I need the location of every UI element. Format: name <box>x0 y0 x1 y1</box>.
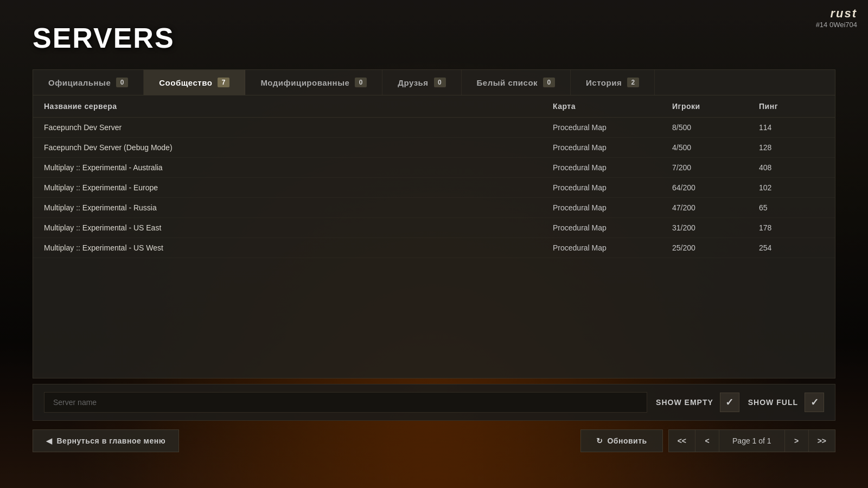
tab-label-official: Официальные <box>48 78 111 87</box>
table-body: Facepunch Dev Server Procedural Map 8/50… <box>33 118 835 258</box>
cell-ping: 128 <box>759 143 824 152</box>
cell-map: Procedural Map <box>553 123 672 132</box>
refresh-label: Обновить <box>607 436 647 445</box>
tab-modded[interactable]: Модифицированные0 <box>245 70 382 95</box>
show-empty-label: SHOW EMPTY <box>656 398 713 407</box>
cell-players: 8/500 <box>672 123 759 132</box>
show-full-option[interactable]: SHOW FULL <box>748 393 824 412</box>
center-navigation: ↻ Обновить << < Page 1 of 1 > >> <box>580 429 835 452</box>
cell-players: 7/200 <box>672 163 759 172</box>
refresh-icon: ↻ <box>596 436 603 445</box>
table-row[interactable]: Facepunch Dev Server (Debug Mode) Proced… <box>33 138 835 158</box>
tab-community[interactable]: Сообщество7 <box>144 70 245 95</box>
cell-server-name: Multiplay :: Experimental - Australia <box>44 163 553 172</box>
cell-ping: 408 <box>759 163 824 172</box>
cell-map: Procedural Map <box>553 203 672 212</box>
cell-server-name: Multiplay :: Experimental - Europe <box>44 183 553 192</box>
tab-label-whitelist: Белый список <box>477 78 538 87</box>
tab-official[interactable]: Официальные0 <box>33 70 144 95</box>
back-arrow-icon: ◀ <box>46 436 53 445</box>
page-first-button[interactable]: << <box>669 430 695 452</box>
cell-server-name: Multiplay :: Experimental - US East <box>44 223 553 232</box>
page-info: Page 1 of 1 <box>719 430 785 452</box>
tab-badge-community: 7 <box>218 78 229 87</box>
tab-history[interactable]: История2 <box>571 70 655 95</box>
tab-badge-friends: 0 <box>434 78 446 87</box>
cell-server-name: Facepunch Dev Server <box>44 123 553 132</box>
cell-server-name: Multiplay :: Experimental - Russia <box>44 203 553 212</box>
tab-label-friends: Друзья <box>398 78 428 87</box>
col-ping: Пинг <box>759 102 824 111</box>
back-button-label: Вернуться в главное меню <box>57 436 166 445</box>
cell-ping: 102 <box>759 183 824 192</box>
cell-server-name: Facepunch Dev Server (Debug Mode) <box>44 143 553 152</box>
cell-map: Procedural Map <box>553 243 672 252</box>
cell-server-name: Multiplay :: Experimental - US West <box>44 243 553 252</box>
table-row[interactable]: Facepunch Dev Server Procedural Map 8/50… <box>33 118 835 138</box>
search-input[interactable] <box>44 392 647 413</box>
tab-bar: Официальные0Сообщество7Модифицированные0… <box>33 70 835 95</box>
tab-whitelist[interactable]: Белый список0 <box>462 70 571 95</box>
tab-badge-modded: 0 <box>355 78 367 87</box>
tab-label-modded: Модифицированные <box>260 78 349 87</box>
refresh-button[interactable]: ↻ Обновить <box>580 429 663 452</box>
table-row[interactable]: Multiplay :: Experimental - Russia Proce… <box>33 198 835 218</box>
col-name: Название сервера <box>44 102 553 111</box>
tab-badge-official: 0 <box>116 78 128 87</box>
cell-map: Procedural Map <box>553 143 672 152</box>
table-row[interactable]: Multiplay :: Experimental - Europe Proce… <box>33 178 835 198</box>
cell-players: 31/200 <box>672 223 759 232</box>
bottom-nav: ◀ Вернуться в главное меню ↻ Обновить <<… <box>33 421 835 463</box>
tab-badge-history: 2 <box>627 78 639 87</box>
back-button[interactable]: ◀ Вернуться в главное меню <box>33 429 179 452</box>
show-full-label: SHOW FULL <box>748 398 798 407</box>
cell-players: 25/200 <box>672 243 759 252</box>
server-table[interactable]: Название сервера Карта Игроки Пинг Facep… <box>33 95 835 378</box>
page-nav: << < Page 1 of 1 > >> <box>668 429 835 452</box>
cell-ping: 178 <box>759 223 824 232</box>
table-row[interactable]: Multiplay :: Experimental - US West Proc… <box>33 238 835 258</box>
cell-ping: 65 <box>759 203 824 212</box>
page-last-button[interactable]: >> <box>809 430 835 452</box>
tab-friends[interactable]: Друзья0 <box>382 70 461 95</box>
show-empty-option[interactable]: SHOW EMPTY <box>656 393 739 412</box>
page-next-button[interactable]: > <box>785 430 809 452</box>
server-list-panel: Официальные0Сообщество7Модифицированные0… <box>33 69 835 378</box>
cell-players: 47/200 <box>672 203 759 212</box>
cell-map: Procedural Map <box>553 163 672 172</box>
table-row[interactable]: Multiplay :: Experimental - US East Proc… <box>33 218 835 238</box>
cell-ping: 254 <box>759 243 824 252</box>
show-full-checkbox[interactable] <box>805 393 824 412</box>
table-row[interactable]: Multiplay :: Experimental - Australia Pr… <box>33 158 835 178</box>
page-prev-button[interactable]: < <box>695 430 719 452</box>
cell-map: Procedural Map <box>553 223 672 232</box>
cell-players: 64/200 <box>672 183 759 192</box>
filter-bar: SHOW EMPTY SHOW FULL <box>33 384 835 421</box>
tab-label-history: История <box>586 78 622 87</box>
cell-map: Procedural Map <box>553 183 672 192</box>
cell-players: 4/500 <box>672 143 759 152</box>
show-empty-checkbox[interactable] <box>720 393 739 412</box>
page-title: SERVERS <box>33 22 835 54</box>
col-map: Карта <box>553 102 672 111</box>
table-header: Название сервера Карта Игроки Пинг <box>33 95 835 118</box>
tab-label-community: Сообщество <box>159 78 212 87</box>
tab-badge-whitelist: 0 <box>543 78 555 87</box>
col-players: Игроки <box>672 102 759 111</box>
cell-ping: 114 <box>759 123 824 132</box>
